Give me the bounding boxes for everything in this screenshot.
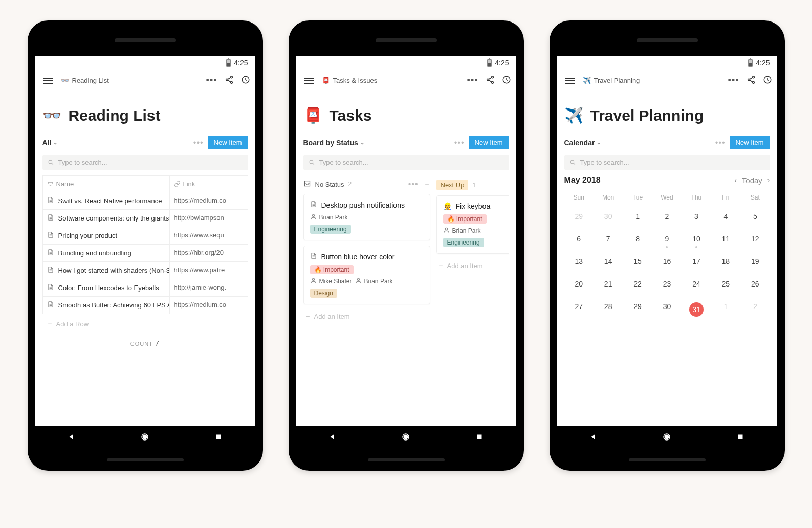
calendar-day[interactable]: 25 — [711, 273, 740, 295]
share-icon[interactable] — [747, 75, 756, 86]
calendar-day[interactable]: 3 — [682, 205, 711, 228]
new-item-button[interactable]: New Item — [469, 136, 509, 149]
calendar-day[interactable]: 11 — [711, 228, 740, 250]
add-row-button[interactable]: ＋ Add a Row — [42, 314, 248, 334]
back-button[interactable] — [67, 432, 76, 444]
calendar-day[interactable]: 4 — [711, 205, 740, 228]
add-item-button[interactable]: ＋Add an Item — [303, 310, 430, 323]
search-input[interactable]: Type to search... — [303, 155, 509, 170]
calendar-day[interactable]: 30 — [652, 295, 682, 324]
table-row[interactable]: Color: From Hexcodes to Eyeballs http://… — [43, 279, 248, 297]
more-icon[interactable]: ••• — [728, 75, 739, 86]
column-add-icon[interactable]: ＋ — [424, 180, 430, 189]
table-row[interactable]: Software components: only the giants htt… — [43, 210, 248, 227]
calendar-day[interactable]: 2 — [740, 295, 770, 324]
next-month-button[interactable]: › — [767, 176, 770, 184]
phone-travel: 4:25 ✈️ Travel Planning ••• ✈️ Travel Pl — [550, 20, 785, 471]
app-bar-title[interactable]: 👓 Reading List — [61, 77, 201, 84]
clock-icon[interactable] — [502, 75, 511, 86]
back-button[interactable] — [589, 432, 598, 444]
calendar-day[interactable]: 14 — [594, 250, 623, 273]
home-button[interactable] — [401, 432, 410, 444]
clock-icon[interactable] — [241, 75, 250, 86]
board-card[interactable]: 👷Fix keyboa 🔥 Important Brian Park Engin… — [436, 195, 509, 254]
share-icon[interactable] — [225, 75, 234, 86]
new-item-button[interactable]: New Item — [730, 136, 770, 149]
chevron-down-icon: ⌄ — [53, 140, 57, 145]
view-selector[interactable]: Board by Status ⌄ — [303, 139, 364, 147]
table-row[interactable]: Pricing your product https://www.sequ — [43, 227, 248, 245]
calendar-day[interactable]: 15 — [623, 250, 652, 273]
calendar-day[interactable]: 12 — [740, 228, 770, 250]
app-bar-title[interactable]: 📮 Tasks & Issues — [322, 77, 462, 84]
clock-icon[interactable] — [763, 75, 772, 86]
table-row[interactable]: Bundling and unbundling https://hbr.org/… — [43, 245, 248, 262]
view-more-icon[interactable]: ••• — [715, 138, 726, 147]
calendar-day[interactable]: 30 — [594, 205, 623, 228]
view-selector[interactable]: All ⌄ — [42, 139, 58, 147]
calendar-day[interactable]: 22 — [623, 273, 652, 295]
menu-icon[interactable] — [301, 75, 317, 87]
view-more-icon[interactable]: ••• — [454, 138, 465, 147]
table-row[interactable]: Smooth as Butter: Achieving 60 FPS A htt… — [43, 297, 248, 314]
calendar-day[interactable]: 8 — [623, 228, 652, 250]
back-button[interactable] — [328, 432, 337, 444]
calendar-day[interactable]: 26 — [740, 273, 770, 295]
column-more-icon[interactable]: ••• — [408, 180, 419, 189]
board-card[interactable]: Desktop push notifications Brian Park En… — [303, 194, 430, 240]
menu-icon[interactable] — [40, 75, 56, 87]
home-button[interactable] — [140, 432, 149, 444]
calendar-day[interactable]: 10 — [682, 228, 711, 250]
menu-icon[interactable] — [562, 75, 578, 87]
calendar-day[interactable]: 16 — [652, 250, 682, 273]
view-selector[interactable]: Calendar ⌄ — [564, 139, 601, 147]
share-icon[interactable] — [486, 75, 495, 86]
new-item-button[interactable]: New Item — [208, 136, 248, 149]
search-icon — [309, 159, 315, 166]
recent-button[interactable] — [736, 432, 745, 444]
calendar-day[interactable]: 27 — [564, 295, 594, 324]
prev-month-button[interactable]: ‹ — [734, 176, 737, 184]
app-bar-title[interactable]: ✈️ Travel Planning — [583, 77, 723, 84]
calendar-day[interactable]: 9 — [652, 228, 682, 250]
calendar-day[interactable]: 18 — [711, 250, 740, 273]
calendar-day[interactable]: 1 — [623, 205, 652, 228]
calendar-day[interactable]: 6 — [564, 228, 594, 250]
board-card[interactable]: Button blue hover color 🔥 Important Mike… — [303, 246, 430, 304]
status-time: 4:25 — [495, 59, 509, 67]
calendar-day[interactable]: 2 — [652, 205, 682, 228]
view-more-icon[interactable]: ••• — [193, 138, 204, 147]
calendar-day[interactable]: 28 — [594, 295, 623, 324]
column-link-header[interactable]: Link — [170, 176, 248, 192]
calendar-day[interactable]: 19 — [740, 250, 770, 273]
recent-button[interactable] — [214, 432, 223, 444]
svg-point-39 — [312, 278, 314, 280]
calendar-day[interactable]: 24 — [682, 273, 711, 295]
screen: 4:25 👓 Reading List ••• 👓 Reading List — [35, 56, 255, 450]
home-button[interactable] — [662, 432, 671, 444]
calendar-day[interactable]: 5 — [740, 205, 770, 228]
calendar-day[interactable]: 31 — [682, 295, 711, 324]
table-row[interactable]: Swift vs. React Native performance https… — [43, 192, 248, 210]
search-input[interactable]: Type to search... — [564, 155, 770, 170]
person-icon — [443, 227, 450, 235]
table-row[interactable]: How I got started with shaders (Non-S ht… — [43, 262, 248, 279]
column-name-header[interactable]: Name — [43, 176, 170, 192]
calendar-day[interactable]: 21 — [594, 273, 623, 295]
add-item-button[interactable]: ＋Add an Item — [436, 259, 509, 272]
recent-button[interactable] — [475, 432, 484, 444]
today-button[interactable]: Today — [742, 176, 762, 185]
calendar-day[interactable]: 17 — [682, 250, 711, 273]
calendar-day[interactable]: 23 — [652, 273, 682, 295]
more-icon[interactable]: ••• — [467, 75, 478, 86]
airplane-icon: ✈️ — [564, 106, 583, 124]
column-count: 2 — [348, 181, 352, 188]
calendar-day[interactable]: 7 — [594, 228, 623, 250]
calendar-day[interactable]: 29 — [623, 295, 652, 324]
more-icon[interactable]: ••• — [206, 75, 217, 86]
calendar-day[interactable]: 1 — [711, 295, 740, 324]
calendar-day[interactable]: 29 — [564, 205, 594, 228]
calendar-day[interactable]: 20 — [564, 273, 594, 295]
search-input[interactable]: Type to search... — [42, 155, 248, 170]
calendar-day[interactable]: 13 — [564, 250, 594, 273]
